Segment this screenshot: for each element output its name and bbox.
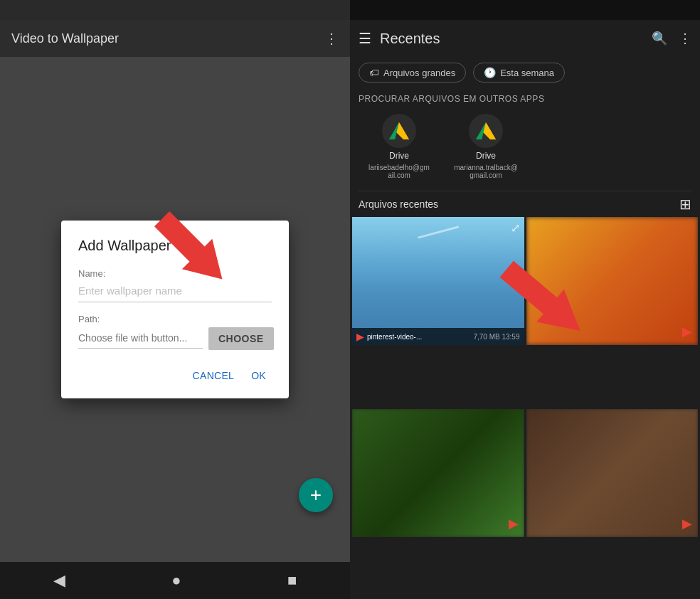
file-time-1: 13:59	[502, 333, 519, 341]
ok-button[interactable]: OK	[245, 364, 272, 387]
topbar-icons: 🔍 ⋮	[652, 31, 691, 46]
expand-icon-1: ⤢	[511, 221, 520, 235]
name-input[interactable]	[78, 282, 272, 302]
filter-this-week[interactable]: 🕐 Esta semana	[473, 63, 565, 83]
back-button[interactable]: ◀	[53, 571, 65, 590]
choose-button[interactable]: CHOOSE	[208, 327, 274, 350]
name-label: Name:	[78, 268, 272, 279]
fab-icon: +	[310, 484, 322, 507]
files-grid: ⤢ ▶ pinterest-video-... 7,70 MB 13:59 ▶ …	[350, 217, 700, 599]
right-panel: ☰ Recentes 🔍 ⋮ 🏷 Arquivos grandes 🕐 Esta…	[350, 0, 700, 599]
video-icon-1: ▶	[356, 331, 364, 342]
bottom-nav: ◀ ● ■	[0, 562, 350, 599]
drive-name-2: Drive	[476, 151, 496, 161]
play-overlay-2: ▶	[682, 324, 692, 339]
drive-email-2: marianna.tralback@gmail.com	[454, 164, 518, 179]
clock-icon: 🕐	[484, 67, 496, 78]
menu-icon[interactable]: ⋮	[324, 30, 339, 47]
file-thumb-1[interactable]: ⤢ ▶ pinterest-video-... 7,70 MB 13:59	[352, 217, 524, 345]
drive-icon-circle-1	[382, 114, 416, 148]
drive-name-1: Drive	[389, 151, 409, 161]
recent-files-label: Arquivos recentes	[359, 198, 438, 210]
left-statusbar	[0, 0, 350, 20]
dialog-actions: CANCEL OK	[78, 359, 272, 387]
drive-email-1: lariisebadelho@gmail.com	[367, 164, 431, 179]
file-label-bar-1: ▶ pinterest-video-... 7,70 MB 13:59	[352, 328, 524, 345]
file-size-1: 7,70 MB	[473, 333, 499, 341]
filter-large-label: Arquivos grandes	[383, 68, 455, 78]
fab-button[interactable]: +	[299, 478, 333, 512]
drive-item-2[interactable]: Drive marianna.tralback@gmail.com	[454, 114, 518, 179]
drive-item-1[interactable]: Drive lariisebadelho@gmail.com	[367, 114, 431, 179]
drive-icon-circle-2	[469, 114, 503, 148]
left-panel: Video to Wallpaper ⋮ Add Wallpaper Name:…	[0, 0, 350, 599]
right-topbar: ☰ Recentes 🔍 ⋮	[350, 20, 700, 57]
recents-button[interactable]: ■	[287, 571, 297, 590]
left-topbar: Video to Wallpaper ⋮	[0, 20, 350, 57]
right-statusbar	[350, 0, 700, 20]
recent-files-header: Arquivos recentes ⊞	[350, 191, 700, 217]
file-thumb-4[interactable]: ▶	[526, 409, 699, 537]
add-wallpaper-dialog: Add Wallpaper Name: Path: CHOOSE CANCEL …	[61, 221, 289, 398]
grid-view-icon[interactable]: ⊞	[679, 196, 691, 213]
search-icon[interactable]: 🔍	[652, 31, 667, 46]
file-name-1: pinterest-video-...	[367, 333, 470, 341]
play-overlay-4: ▶	[682, 516, 692, 531]
path-label: Path:	[78, 314, 272, 324]
app-title: Video to Wallpaper	[11, 31, 119, 46]
file-thumb-3[interactable]: ▶	[352, 409, 524, 537]
hamburger-icon[interactable]: ☰	[359, 30, 371, 47]
file-meta-1: 7,70 MB 13:59	[473, 333, 519, 341]
tag-icon: 🏷	[369, 67, 379, 78]
section-apps-label: PROCURAR ARQUIVOS EM OUTROS APPS	[350, 88, 700, 108]
dialog-title: Add Wallpaper	[78, 238, 272, 254]
filter-large-files[interactable]: 🏷 Arquivos grandes	[359, 63, 466, 83]
recentes-title: Recentes	[380, 31, 643, 47]
filter-row: 🏷 Arquivos grandes 🕐 Esta semana	[350, 57, 700, 88]
path-input[interactable]	[78, 329, 203, 349]
drive-apps: Drive lariisebadelho@gmail.com Drive mar…	[350, 108, 700, 191]
filter-week-label: Esta semana	[500, 68, 554, 78]
menu-dots-icon[interactable]: ⋮	[679, 31, 691, 46]
home-button[interactable]: ●	[171, 571, 181, 590]
left-content: Add Wallpaper Name: Path: CHOOSE CANCEL …	[0, 57, 350, 562]
play-overlay-3: ▶	[509, 516, 519, 531]
path-row: CHOOSE	[78, 327, 272, 350]
cancel-button[interactable]: CANCEL	[187, 364, 240, 387]
file-thumb-2[interactable]: ▶	[526, 217, 699, 345]
